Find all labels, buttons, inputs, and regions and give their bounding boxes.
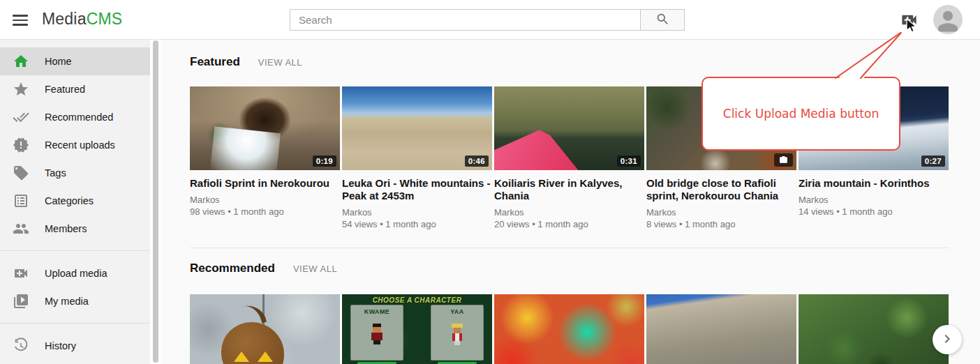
sidebar-item-categories[interactable]: Categories — [0, 187, 150, 215]
featured-section-header: Featured VIEW ALL — [190, 55, 302, 69]
media-card[interactable] — [494, 294, 644, 364]
video-thumbnail[interactable] — [190, 294, 340, 364]
user-avatar[interactable] — [933, 5, 963, 34]
sidebar-item-recent-uploads[interactable]: Recent uploads — [0, 131, 150, 159]
upload-media-icon — [13, 265, 29, 282]
sidebar-divider — [0, 250, 150, 251]
sidebar-item-history[interactable]: History — [0, 332, 150, 360]
sidebar-item-label: History — [45, 340, 76, 351]
media-meta: 14 views • 1 month ago — [799, 206, 949, 218]
character-name: YAA — [431, 308, 483, 315]
media-card[interactable]: CHOOSE A CHARACTER KWAME YAA Selected Se… — [342, 294, 492, 364]
video-thumbnail[interactable]: 0:19 — [190, 86, 340, 170]
menu-icon[interactable] — [10, 11, 30, 29]
media-title[interactable]: Koiliaris River in Kalyves, Chania — [494, 177, 644, 202]
media-meta: 98 views • 1 month ago — [190, 206, 340, 218]
annotation-text: Click Upload Media button — [723, 107, 879, 121]
sidebar-item-label: Featured — [45, 84, 85, 95]
camera-icon — [774, 153, 793, 167]
duration-badge: 0:46 — [465, 156, 489, 167]
app-logo[interactable]: MediaCMS — [42, 10, 122, 29]
media-title[interactable]: Old bridge close to Rafioli sprint, Nero… — [646, 177, 796, 202]
video-thumbnail[interactable]: 0:31 — [494, 86, 644, 170]
carousel-next-button[interactable] — [933, 325, 962, 354]
section-title: Featured — [190, 55, 240, 69]
media-title[interactable]: Rafioli Sprint in Nerokourou — [190, 177, 340, 190]
duration-badge: 0:31 — [617, 156, 641, 167]
search-input[interactable] — [290, 10, 640, 30]
history-icon — [13, 338, 29, 354]
sidebar: Home Featured Recommended Recent uploads… — [0, 40, 150, 364]
sidebar-item-label: Members — [45, 223, 87, 234]
my-media-icon — [13, 293, 29, 310]
section-divider — [190, 248, 949, 248]
sidebar-item-label: Upload media — [45, 268, 107, 279]
media-card[interactable] — [190, 294, 340, 364]
annotation-callout: Click Upload Media button — [701, 77, 900, 151]
media-author[interactable]: Markos — [646, 206, 796, 218]
media-meta: 8 views • 1 month ago — [646, 218, 796, 230]
game-screen-title: CHOOSE A CHARACTER — [342, 296, 492, 304]
media-card[interactable]: 0:19 Rafioli Sprint in Nerokourou Markos… — [190, 86, 340, 230]
media-card[interactable]: 0:31 Koiliaris River in Kalyves, Chania … — [494, 86, 644, 230]
star-icon — [13, 81, 29, 98]
members-icon — [13, 220, 29, 237]
sidebar-item-label: Recommended — [45, 112, 113, 123]
top-app-bar: MediaCMS — [0, 0, 980, 40]
recommended-view-all-link[interactable]: VIEW ALL — [293, 264, 337, 274]
sidebar-scrollbar-thumb[interactable] — [153, 40, 158, 363]
media-card[interactable] — [646, 294, 796, 364]
sidebar-item-upload-media[interactable]: Upload media — [0, 259, 150, 287]
media-title[interactable]: Leuka Ori - White mountains - Peak at 24… — [342, 177, 492, 202]
media-meta: 54 views • 1 month ago — [342, 218, 492, 230]
featured-view-all-link[interactable]: VIEW ALL — [258, 57, 302, 68]
sidebar-divider — [0, 323, 150, 324]
media-author[interactable]: Markos — [190, 194, 340, 206]
sidebar-item-members[interactable]: Members — [0, 215, 150, 243]
person-icon — [933, 24, 963, 34]
new-releases-icon — [13, 137, 29, 153]
media-card[interactable] — [799, 294, 949, 364]
video-thumbnail[interactable]: CHOOSE A CHARACTER KWAME YAA Selected Se… — [342, 294, 492, 364]
sidebar-item-featured[interactable]: Featured — [0, 75, 150, 103]
character-name: KWAME — [351, 308, 403, 315]
sidebar-item-home[interactable]: Home — [0, 47, 150, 75]
sidebar-item-label: Home — [45, 56, 72, 67]
search-icon — [655, 12, 670, 29]
sidebar-item-recommended[interactable]: Recommended — [0, 103, 150, 131]
double-check-icon — [13, 109, 29, 126]
sidebar-item-tags[interactable]: Tags — [0, 159, 150, 187]
video-thumbnail[interactable] — [494, 294, 644, 364]
media-meta: 20 views • 1 month ago — [494, 218, 644, 230]
logo-text-media: Media — [42, 10, 87, 28]
chevron-right-icon — [939, 331, 956, 349]
video-thumbnail[interactable] — [646, 294, 796, 364]
recommended-cards-row: CHOOSE A CHARACTER KWAME YAA Selected Se… — [190, 294, 949, 364]
character-sprite — [451, 324, 463, 345]
sidebar-item-label: Recent uploads — [45, 139, 115, 151]
mouse-cursor — [905, 18, 919, 36]
duration-badge: 0:19 — [313, 156, 336, 167]
sidebar-scrollbar[interactable] — [150, 40, 161, 364]
pumpkin-shape — [221, 322, 284, 364]
character-panel: YAA — [431, 305, 484, 361]
media-title[interactable]: Ziria mountain - Korinthos — [799, 177, 949, 190]
logo-text-cms: CMS — [87, 10, 123, 28]
search-button[interactable] — [640, 10, 684, 30]
duration-badge: 0:27 — [921, 156, 945, 167]
video-thumbnail[interactable]: 0:46 — [342, 86, 492, 170]
media-author[interactable]: Markos — [494, 206, 644, 218]
video-thumbnail[interactable] — [799, 294, 949, 364]
sidebar-item-my-media[interactable]: My media — [0, 287, 150, 315]
media-card[interactable]: 0:46 Leuka Ori - White mountains - Peak … — [342, 86, 492, 230]
section-title: Recommended — [190, 261, 275, 275]
media-author[interactable]: Markos — [342, 206, 492, 218]
sidebar-item-label: My media — [45, 296, 89, 307]
character-sprite — [371, 324, 383, 344]
home-icon — [13, 53, 29, 70]
media-author[interactable]: Markos — [799, 194, 949, 206]
sidebar-item-label: Categories — [45, 195, 94, 206]
sidebar-item-label: Tags — [45, 167, 66, 179]
recommended-section-header: Recommended VIEW ALL — [190, 261, 337, 275]
character-panel: KWAME — [350, 305, 403, 361]
